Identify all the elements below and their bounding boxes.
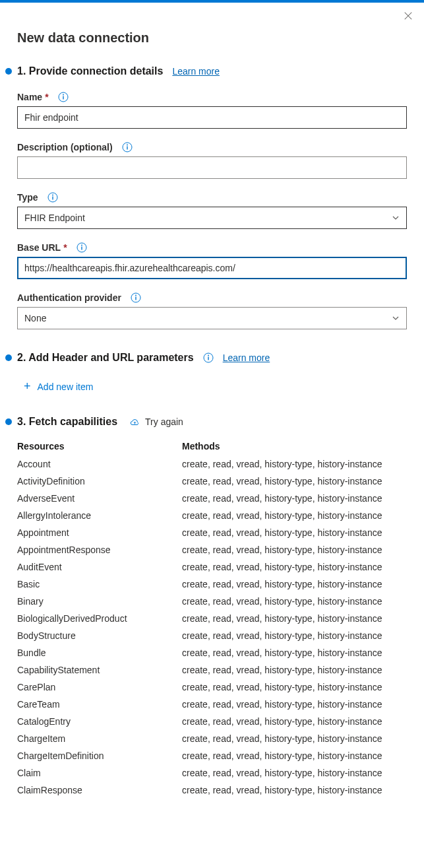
try-again-label: Try again <box>145 417 183 427</box>
table-row: CarePlancreate, read, vread, history-typ… <box>17 679 407 696</box>
info-icon[interactable] <box>131 292 141 303</box>
svg-rect-11 <box>81 247 82 250</box>
table-row: Bundlecreate, read, vread, history-type,… <box>17 644 407 661</box>
type-label-row: Type <box>17 192 407 203</box>
resource-cell: CapabilityStatement <box>17 665 182 675</box>
resource-cell: BodyStructure <box>17 630 182 641</box>
panel-container: New data connection 1. Provide connectio… <box>0 3 424 812</box>
methods-cell: create, read, vread, history-type, histo… <box>182 699 407 710</box>
methods-cell: create, read, vread, history-type, histo… <box>182 785 407 795</box>
methods-cell: create, read, vread, history-type, histo… <box>182 751 407 761</box>
table-row: Claimcreate, read, vread, history-type, … <box>17 764 407 782</box>
info-icon[interactable] <box>47 192 58 203</box>
svg-point-10 <box>81 245 82 246</box>
resource-cell: Claim <box>17 768 182 778</box>
table-row: AuditEventcreate, read, vread, history-t… <box>17 558 407 576</box>
info-icon[interactable] <box>203 352 214 363</box>
table-row: ActivityDefinitioncreate, read, vread, h… <box>17 473 407 490</box>
methods-cell: create, read, vread, history-type, histo… <box>182 716 407 727</box>
resource-cell: ChargeItemDefinition <box>17 751 182 761</box>
resource-cell: Basic <box>17 579 182 589</box>
base-url-label: Base URL <box>17 242 61 253</box>
close-icon <box>404 11 413 20</box>
add-new-item-label: Add new item <box>38 382 94 392</box>
section-1-learn-more-link[interactable]: Learn more <box>172 66 220 77</box>
svg-point-13 <box>135 295 136 296</box>
resource-cell: AllergyIntolerance <box>17 510 182 521</box>
resource-cell: Appointment <box>17 527 182 538</box>
try-again-button[interactable]: Try again <box>129 417 183 427</box>
svg-rect-17 <box>208 357 208 360</box>
svg-rect-2 <box>63 96 63 100</box>
description-label: Description (optional) <box>17 142 113 152</box>
col-header-methods: Methods <box>182 441 407 451</box>
auth-provider-select-value: None <box>24 313 46 323</box>
resource-cell: BiologicallyDerivedProduct <box>17 613 182 624</box>
name-input[interactable] <box>17 106 407 129</box>
section-2-title: 2. Add Header and URL parameters <box>17 352 194 364</box>
methods-cell: create, read, vread, history-type, histo… <box>182 476 407 486</box>
field-description: Description (optional) <box>17 142 407 179</box>
resource-cell: Binary <box>17 596 182 607</box>
section-2-header: 2. Add Header and URL parameters Learn m… <box>17 352 407 364</box>
name-label: Name <box>17 92 42 102</box>
resource-cell: CatalogEntry <box>17 716 182 727</box>
info-icon[interactable] <box>76 242 87 253</box>
chevron-down-icon <box>392 314 400 322</box>
plus-icon: + <box>24 380 31 393</box>
section-1-title: 1. Provide connection details <box>17 65 163 77</box>
table-row: Appointmentcreate, read, vread, history-… <box>17 524 407 541</box>
auth-provider-label-row: Authentication provider <box>17 292 407 303</box>
methods-cell: create, read, vread, history-type, histo… <box>182 459 407 469</box>
name-label-row: Name * <box>17 92 407 102</box>
resource-cell: CarePlan <box>17 682 182 692</box>
svg-point-16 <box>208 355 209 356</box>
section-bullet-icon <box>5 354 12 361</box>
section-2-learn-more-link[interactable]: Learn more <box>223 352 270 363</box>
section-bullet-icon <box>5 418 12 425</box>
base-url-input[interactable] <box>17 257 407 279</box>
methods-cell: create, read, vread, history-type, histo… <box>182 510 407 521</box>
required-indicator: * <box>45 92 48 102</box>
table-row: Basiccreate, read, vread, history-type, … <box>17 576 407 593</box>
resource-cell: ClaimResponse <box>17 785 182 795</box>
table-row: ClaimResponsecreate, read, vread, histor… <box>17 782 407 799</box>
close-button[interactable] <box>402 9 415 22</box>
methods-cell: create, read, vread, history-type, histo… <box>182 562 407 572</box>
table-body: Accountcreate, read, vread, history-type… <box>17 455 407 799</box>
col-header-resources: Resources <box>17 441 182 451</box>
field-name: Name * <box>17 92 407 129</box>
methods-cell: create, read, vread, history-type, histo… <box>182 768 407 778</box>
svg-point-1 <box>63 94 64 96</box>
methods-cell: create, read, vread, history-type, histo… <box>182 596 407 607</box>
page-title: New data connection <box>17 3 407 65</box>
section-1-header: 1. Provide connection details Learn more <box>17 65 407 77</box>
methods-cell: create, read, vread, history-type, histo… <box>182 579 407 589</box>
table-header: Resources Methods <box>17 441 407 455</box>
cloud-refresh-icon <box>129 417 140 427</box>
auth-provider-select[interactable]: None <box>17 307 407 329</box>
resource-cell: ChargeItem <box>17 733 182 744</box>
description-input[interactable] <box>17 156 407 179</box>
table-row: Binarycreate, read, vread, history-type,… <box>17 593 407 610</box>
type-label: Type <box>17 192 38 203</box>
info-icon[interactable] <box>122 142 133 152</box>
info-icon[interactable] <box>58 92 69 102</box>
resource-cell: AuditEvent <box>17 562 182 572</box>
add-new-item-button[interactable]: + Add new item <box>24 376 407 397</box>
svg-point-4 <box>127 145 128 146</box>
svg-rect-14 <box>135 297 136 300</box>
type-select[interactable]: FHIR Endpoint <box>17 207 407 229</box>
table-row: AllergyIntolerancecreate, read, vread, h… <box>17 507 407 524</box>
svg-rect-8 <box>52 197 53 200</box>
methods-cell: create, read, vread, history-type, histo… <box>182 545 407 555</box>
table-row: Accountcreate, read, vread, history-type… <box>17 455 407 473</box>
table-row: CatalogEntrycreate, read, vread, history… <box>17 713 407 730</box>
resource-cell: AdverseEvent <box>17 493 182 504</box>
table-row: BodyStructurecreate, read, vread, histor… <box>17 627 407 644</box>
field-auth-provider: Authentication provider None <box>17 292 407 329</box>
required-indicator: * <box>63 242 67 253</box>
methods-cell: create, read, vread, history-type, histo… <box>182 682 407 692</box>
type-select-value: FHIR Endpoint <box>24 213 85 223</box>
table-row: ChargeItemcreate, read, vread, history-t… <box>17 730 407 747</box>
